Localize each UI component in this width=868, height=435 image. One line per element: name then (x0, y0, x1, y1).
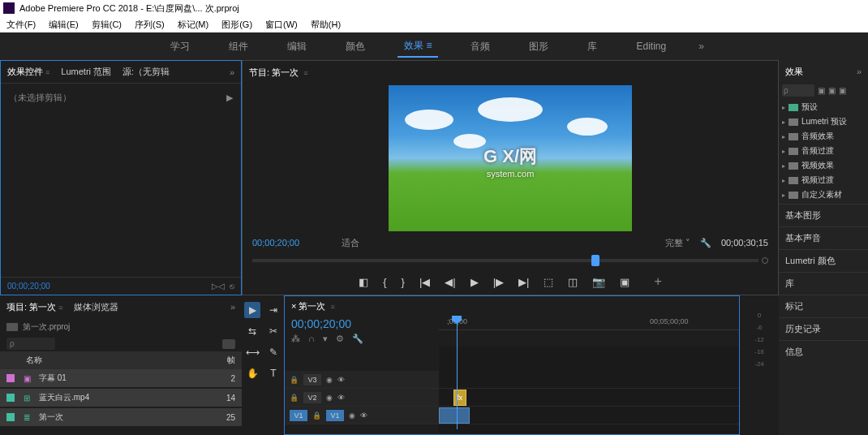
razor-tool-icon[interactable]: ✂ (265, 323, 281, 339)
wrench-icon[interactable]: 🔧 (352, 334, 363, 344)
track-v1[interactable] (439, 407, 739, 424)
track-label[interactable]: V3 (303, 374, 321, 385)
eye-icon[interactable]: 👁 (337, 394, 345, 402)
export-frame-icon[interactable]: 📷 (592, 276, 605, 288)
menu-help[interactable]: 帮助(H) (311, 19, 341, 31)
link-icon[interactable]: ∩ (308, 334, 315, 344)
mark-out-icon[interactable]: { (383, 276, 386, 288)
panel-lumetri-color[interactable]: Lumetri 颜色 (779, 249, 868, 272)
effects-folder[interactable]: ▸音频效果 (779, 129, 868, 144)
bracket-icon[interactable]: } (402, 276, 405, 288)
tab-effect-controls[interactable]: 效果控件 ≡ (7, 66, 49, 78)
lock-icon[interactable]: 🔒 (290, 394, 299, 402)
scrub-handle[interactable] (591, 255, 599, 266)
tab-media-browser[interactable]: 媒体浏览器 (74, 301, 118, 313)
menu-graphics[interactable]: 图形(G) (221, 19, 252, 31)
project-item[interactable]: ⊞ 蓝天白云.mp4 14 (0, 389, 242, 407)
menu-clip[interactable]: 剪辑(C) (92, 19, 122, 31)
timeline-timecode[interactable]: 00;00;20;00 (291, 317, 432, 330)
col-name[interactable]: 名称 (26, 355, 217, 366)
panel-info[interactable]: 信息 (779, 340, 868, 363)
mark-in-icon[interactable]: ◧ (359, 276, 368, 288)
snap-icon[interactable]: ⁂ (291, 334, 300, 344)
settings-icon[interactable]: 🔧 (700, 238, 711, 248)
workspace-tab-assembly[interactable]: 组件 (222, 37, 255, 57)
playhead[interactable] (457, 316, 458, 429)
menu-edit[interactable]: 编辑(E) (49, 19, 79, 31)
step-back-icon[interactable]: ◀| (445, 276, 455, 288)
track-head-v2[interactable]: 🔒 V2 ◉ 👁 (285, 389, 439, 407)
ec-export-icon[interactable]: ⎋ (230, 282, 234, 291)
go-to-in-icon[interactable]: |◀ (419, 276, 430, 288)
workspace-tab-editing2[interactable]: Editing (630, 37, 672, 55)
add-button-icon[interactable]: + (654, 274, 661, 289)
ef-more[interactable]: » (857, 67, 862, 76)
ec-more[interactable]: » (230, 67, 234, 77)
effects-folder[interactable]: ▸视频过渡 (779, 173, 868, 187)
effects-folder[interactable]: ▸音频过渡 (779, 144, 868, 158)
track-head-v1[interactable]: V1 🔒 V1 ◉ 👁 (285, 407, 439, 424)
comparison-icon[interactable]: ▣ (620, 276, 630, 288)
lift-icon[interactable]: ⬚ (544, 276, 553, 288)
menu-sequence[interactable]: 序列(S) (135, 19, 165, 31)
menu-file[interactable]: 文件(F) (6, 19, 36, 31)
go-to-out-icon[interactable]: ▶| (518, 276, 529, 288)
zoom-fit[interactable]: 适合 (342, 237, 359, 249)
workspace-tab-learn[interactable]: 学习 (164, 37, 196, 57)
lock-icon[interactable]: 🔒 (290, 376, 299, 384)
menu-window[interactable]: 窗口(W) (265, 19, 298, 31)
ec-loop-icon[interactable]: ▷◁ (212, 282, 225, 291)
toggle-output-icon[interactable]: ◉ (326, 394, 333, 402)
hand-tool-icon[interactable]: ✋ (244, 365, 260, 381)
ripple-tool-icon[interactable]: ⇆ (244, 323, 260, 339)
panel-library[interactable]: 库 (779, 272, 868, 295)
toggle-output-icon[interactable]: ◉ (349, 411, 355, 420)
effects-search-input[interactable] (782, 84, 814, 97)
list-view-icon[interactable] (222, 339, 235, 349)
clip[interactable]: fx (453, 390, 466, 406)
project-item[interactable]: ▣ 字幕 01 2 (0, 369, 242, 387)
panel-history[interactable]: 历史记录 (779, 317, 868, 340)
workspace-tab-audio[interactable]: 音频 (464, 37, 496, 57)
ec-timecode[interactable]: 00;00;20;00 (7, 282, 50, 291)
program-tab[interactable]: 节目: 第一次≡ (249, 67, 307, 79)
timeline-content[interactable]: fx (439, 347, 739, 434)
workspace-more[interactable]: » (698, 41, 704, 52)
tab-lumetri-scopes[interactable]: Lumetri 范围 (61, 66, 111, 78)
panel-essential-graphics[interactable]: 基本图形 (779, 204, 868, 226)
workspace-tab-library[interactable]: 库 (581, 37, 604, 57)
eye-icon[interactable]: 👁 (360, 411, 367, 420)
source-patch[interactable]: V1 (290, 410, 307, 421)
workspace-tab-graphics[interactable]: 图形 (522, 37, 555, 57)
program-current-time[interactable]: 00;00;20;00 (252, 238, 299, 248)
clip[interactable] (439, 407, 470, 424)
tab-project[interactable]: 项目: 第一次 ≡ (6, 301, 62, 313)
tab-source[interactable]: 源:（无剪辑 (122, 66, 170, 78)
extract-icon[interactable]: ◫ (568, 276, 578, 288)
workspace-tab-editing[interactable]: 编辑 (281, 37, 313, 57)
panel-markers[interactable]: 标记 (779, 295, 868, 317)
project-item[interactable]: ≣ 第一次 25 (0, 408, 242, 426)
settings-icon[interactable]: ⚙ (336, 334, 344, 344)
selection-tool-icon[interactable]: ▶ (244, 302, 260, 318)
effects-folder[interactable]: ▸预设 (779, 100, 868, 114)
effects-folder[interactable]: ▸视频效果 (779, 158, 868, 173)
fx-badge-icon[interactable]: ▣ (818, 86, 825, 95)
slip-tool-icon[interactable]: ⟷ (244, 344, 260, 360)
track-v2[interactable]: fx (439, 389, 739, 407)
program-video-area[interactable]: G X/网 system.com (243, 84, 778, 233)
toggle-output-icon[interactable]: ◉ (326, 376, 333, 384)
track-label[interactable]: V1 (326, 410, 344, 421)
menu-markers[interactable]: 标记(M) (178, 19, 209, 31)
play-icon[interactable]: ▶ (471, 276, 479, 288)
effects-folder[interactable]: ▸Lumetri 预设 (779, 114, 868, 129)
track-v3[interactable] (439, 371, 739, 389)
panel-essential-sound[interactable]: 基本声音 (779, 226, 868, 249)
eye-icon[interactable]: 👁 (337, 376, 345, 384)
lock-icon[interactable]: 🔒 (312, 411, 321, 420)
workspace-tab-effects[interactable]: 效果 ≡ (397, 36, 438, 58)
type-tool-icon[interactable]: T (265, 365, 281, 381)
workspace-tab-color[interactable]: 颜色 (339, 37, 372, 57)
step-forward-icon[interactable]: |▶ (493, 276, 504, 288)
effects-folder[interactable]: ▸自定义素材 (779, 187, 868, 202)
